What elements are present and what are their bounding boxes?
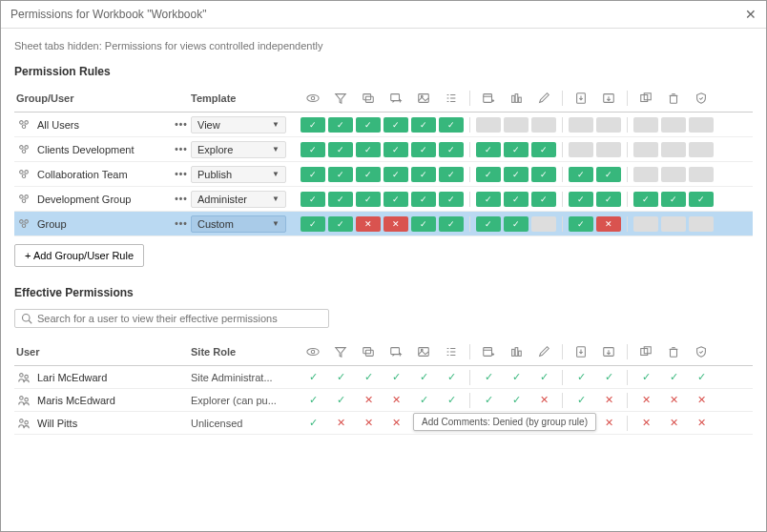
perm-cell[interactable]: ✓ [596,192,621,207]
perm-cell[interactable]: ✓ [384,117,408,133]
perm-cell[interactable] [689,216,714,232]
perm-cell[interactable]: ✓ [411,167,436,182]
perm-cell[interactable]: ✓ [504,142,529,157]
user-row[interactable]: Maris McEdwardExplorer (can pu...✓✓✕✕✓✓✓… [14,389,753,412]
perm-cell[interactable]: ✓ [569,192,593,207]
perm-cell[interactable]: ✓ [569,167,593,182]
perm-cell[interactable] [633,216,658,232]
perm-cell[interactable]: ✓ [476,192,501,207]
perm-cell[interactable]: ✓ [328,142,353,157]
perm-cell[interactable]: ✓ [301,167,325,182]
perm-cell[interactable]: ✓ [569,216,593,232]
perm-cell[interactable]: ✕ [596,216,621,232]
perm-cell[interactable] [633,117,658,133]
template-select[interactable]: Administer▼ [191,191,286,208]
col-role-header: Site Role [191,346,301,358]
perm-cell[interactable]: ✓ [661,192,686,207]
perm-cell[interactable] [661,167,686,182]
perm-cell[interactable]: ✓ [689,192,714,207]
template-select[interactable]: Explore▼ [191,141,286,158]
perm-cell[interactable]: ✓ [411,117,436,133]
perm-cell[interactable]: ✓ [411,216,436,232]
search-box[interactable] [14,309,329,328]
separator [469,393,470,408]
rule-row[interactable]: All Users•••View▼✓✓✓✓✓✓ [14,113,753,137]
perm-cell[interactable] [633,142,658,157]
rule-row[interactable]: Clients Development•••Explore▼✓✓✓✓✓✓✓✓✓ [14,137,753,162]
user-row[interactable]: Lari McEdwardSite Administrat...✓✓✓✓✓✓✓✓… [14,366,753,389]
template-select[interactable]: View▼ [191,116,286,133]
perm-cell[interactable]: ✓ [328,117,353,133]
perm-cell[interactable]: ✓ [384,167,408,182]
rule-row[interactable]: Group•••Custom▼✓✓✕✕✓✓✓✓✓✕ [14,212,753,236]
perm-cell[interactable]: ✓ [504,167,529,182]
more-icon[interactable]: ••• [172,194,191,204]
perm-cell[interactable] [633,167,658,182]
perm-cell[interactable] [596,117,621,133]
rule-row[interactable]: Collaboration Team•••Publish▼✓✓✓✓✓✓✓✓✓✓✓ [14,162,753,187]
perm-cell[interactable]: ✓ [476,142,501,157]
perm-cell[interactable] [569,117,593,133]
perm-cell[interactable]: ✓ [328,216,353,232]
perm-cell[interactable]: ✓ [439,216,464,232]
perm-cell[interactable]: ✓ [531,142,556,157]
perm-cell[interactable]: ✕ [384,216,408,232]
separator [469,216,470,232]
perm-cell[interactable] [661,117,686,133]
template-select[interactable]: Custom▼ [191,215,286,233]
perm-cell[interactable]: ✓ [596,167,621,182]
perm-cell[interactable]: ✓ [439,167,464,182]
perm-cell[interactable] [689,117,714,133]
perm-cell[interactable]: ✓ [328,167,353,182]
perm-cell[interactable]: ✓ [531,167,556,182]
perm-cell[interactable]: ✓ [504,216,529,232]
more-icon[interactable]: ••• [172,169,191,179]
perm-cell[interactable] [689,167,714,182]
perm-cell[interactable]: ✓ [476,167,501,182]
more-icon[interactable]: ••• [172,119,191,130]
perm-cell[interactable]: ✓ [476,216,501,232]
perm-cell[interactable]: ✓ [301,216,325,232]
perm-cell[interactable]: ✓ [356,192,381,207]
perm-cell[interactable]: ✓ [411,192,436,207]
perm-cell[interactable]: ✓ [356,167,381,182]
perm-cell[interactable]: ✓ [356,142,381,157]
perm-cell[interactable]: ✓ [301,192,325,207]
perm-cell[interactable]: ✓ [301,117,325,133]
more-icon[interactable]: ••• [172,218,191,229]
perm-cell[interactable] [689,142,714,157]
perm-cell[interactable]: ✓ [356,117,381,133]
perm-cell[interactable]: ✓ [439,192,464,207]
perm-cell[interactable]: ✓ [411,142,436,157]
perm-cell: ✓ [301,392,325,409]
perm-cell[interactable] [531,117,556,133]
more-icon[interactable]: ••• [172,144,191,154]
perm-cell[interactable]: ✓ [384,142,408,157]
perm-cell[interactable]: ✓ [531,192,556,207]
perm-cell[interactable] [596,142,621,157]
add-rule-button[interactable]: Add Group/User Rule [14,244,144,267]
perm-cell: ✓ [356,369,381,386]
close-icon[interactable]: ✕ [745,7,757,22]
rule-row[interactable]: Development Group•••Administer▼✓✓✓✓✓✓✓✓✓… [14,187,753,212]
perm-cell[interactable] [531,216,556,232]
perm-cell[interactable]: ✓ [328,192,353,207]
perm-cell[interactable]: ✓ [633,192,658,207]
perm-cell[interactable] [569,142,593,157]
user-row[interactable]: Will PittsUnlicensed✓✕✕✕Add Comments: De… [14,412,753,435]
perm-cell[interactable]: ✓ [384,192,408,207]
perm-cell[interactable]: ✓ [439,142,464,157]
perm-cell[interactable]: ✓ [439,117,464,133]
svg-point-77 [20,396,24,399]
perm-cell[interactable] [476,117,501,133]
perm-cell[interactable] [661,142,686,157]
summary-icon [439,343,464,360]
view-icon [301,343,325,360]
perm-cell[interactable]: ✓ [301,142,325,157]
template-select[interactable]: Publish▼ [191,166,286,183]
perm-cell[interactable]: ✓ [504,192,529,207]
perm-cell[interactable] [661,216,686,232]
perm-cell[interactable]: ✕ [356,216,381,232]
perm-cell[interactable] [504,117,529,133]
search-input[interactable] [37,313,322,324]
